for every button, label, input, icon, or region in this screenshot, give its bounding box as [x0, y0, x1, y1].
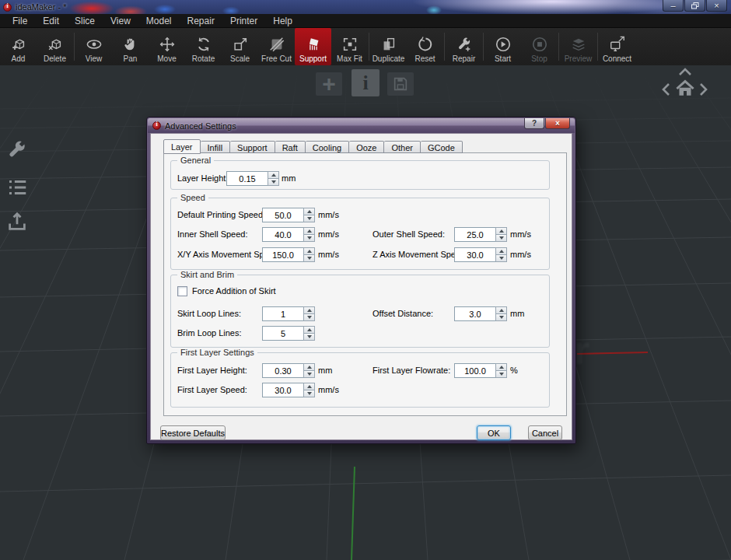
inner-shell-speed-input[interactable] — [262, 227, 303, 242]
toolbar-button-rotate[interactable]: Rotate — [185, 28, 222, 65]
cancel-button[interactable]: Cancel — [528, 425, 562, 440]
menu-view[interactable]: View — [103, 14, 138, 28]
layer-height-unit: mm — [282, 171, 296, 186]
outer-shell-speed-input[interactable] — [454, 227, 495, 242]
menu-file[interactable]: File — [5, 14, 35, 28]
menu-help[interactable]: Help — [265, 14, 300, 28]
menu-slice[interactable]: Slice — [67, 14, 103, 28]
spin-down-button[interactable] — [303, 371, 315, 378]
spin-down-button[interactable] — [303, 390, 315, 397]
spin-up-button[interactable] — [495, 363, 507, 371]
toolbar-button-stop[interactable]: Stop — [521, 28, 558, 65]
restore-defaults-button[interactable]: Restore Defaults — [160, 425, 226, 440]
z-axis-movement-speed-input[interactable] — [454, 247, 495, 262]
menu-edit[interactable]: Edit — [35, 14, 67, 28]
toolbar-button-duplicate[interactable]: Duplicate — [370, 28, 407, 65]
tab-ooze[interactable]: Ooze — [349, 141, 384, 153]
tab-cooling[interactable]: Cooling — [306, 141, 349, 153]
force-addition-of-skirt-checkbox[interactable] — [177, 286, 187, 296]
dialog-close-button[interactable]: × — [545, 118, 570, 129]
dialog-titlebar[interactable]: Advanced Settings ? × — [148, 118, 575, 133]
group-speed: Speed Default Printing Speed: mm/s Inner… — [170, 198, 550, 270]
rotate-arrows-icon — [195, 34, 212, 54]
add-model-button[interactable]: + — [316, 72, 342, 96]
spin-down-button[interactable] — [303, 235, 315, 242]
spin-down-button[interactable] — [495, 255, 507, 262]
rotate-up-chevron[interactable] — [677, 66, 694, 77]
spin-down-button[interactable] — [303, 314, 315, 321]
minimize-button[interactable]: – — [663, 0, 684, 12]
settings-wrench-icon[interactable] — [5, 138, 29, 165]
spin-up-button[interactable] — [303, 306, 315, 314]
toolbar-button-reset[interactable]: Reset — [407, 28, 443, 65]
first-layer-height-input[interactable] — [262, 363, 303, 378]
menu-model[interactable]: Model — [138, 14, 180, 28]
duplicate-icon — [380, 34, 397, 54]
menu-printer[interactable]: Printer — [222, 14, 265, 28]
toolbar-button-connect[interactable]: Connect — [599, 28, 635, 65]
spin-up-button[interactable] — [495, 227, 507, 235]
spin-down-button[interactable] — [495, 371, 507, 378]
toolbar-separator — [444, 33, 445, 61]
spin-down-button[interactable] — [495, 314, 507, 321]
toolbar-button-repair[interactable]: Repair — [446, 28, 482, 65]
ok-button[interactable]: OK — [477, 425, 511, 440]
close-button[interactable]: × — [706, 0, 727, 12]
offset-distance-input[interactable] — [454, 306, 495, 321]
export-upload-icon[interactable] — [5, 210, 29, 236]
spin-up-button[interactable] — [303, 383, 315, 390]
spin-up-button[interactable] — [268, 171, 279, 179]
menu-repair[interactable]: Repair — [180, 14, 222, 28]
xy-axis-movement-speed-input[interactable] — [262, 247, 303, 262]
dialog-help-button[interactable]: ? — [524, 118, 544, 129]
toolbar-button-preview[interactable]: Preview — [560, 28, 596, 65]
rotate-left-chevron[interactable] — [660, 81, 671, 98]
spin-up-button[interactable] — [303, 326, 315, 334]
home-icon — [673, 77, 697, 100]
toolbar-separator — [558, 33, 559, 61]
tab-gcode[interactable]: GCode — [421, 141, 463, 153]
first-layer-flowrate-input[interactable] — [454, 363, 495, 378]
toolbar-button-scale[interactable]: Scale — [222, 28, 258, 65]
spin-up-button[interactable] — [303, 363, 315, 371]
first-layer-speed-input[interactable] — [262, 383, 303, 397]
restore-button[interactable] — [684, 0, 705, 12]
skirt-loop-lines-input[interactable] — [262, 306, 303, 321]
preview-layers-icon — [570, 34, 587, 54]
home-view-button[interactable] — [673, 76, 698, 101]
first-layer-height-label: First Layer Height: — [177, 363, 247, 378]
model-list-icon[interactable] — [5, 176, 29, 202]
spin-down-button[interactable] — [303, 334, 315, 341]
tab-infill[interactable]: Infill — [201, 141, 231, 153]
toolbar-button-delete[interactable]: Delete — [37, 28, 73, 65]
toolbar-button-support[interactable]: Support — [295, 28, 331, 65]
plate-watermark: r — [574, 327, 589, 373]
toolbar-button-pan[interactable]: Pan — [112, 28, 149, 65]
tab-other[interactable]: Other — [384, 141, 421, 153]
tab-support[interactable]: Support — [230, 141, 275, 153]
spin-up-button[interactable] — [303, 208, 315, 215]
save-button[interactable] — [387, 72, 414, 96]
toolbar-button-start[interactable]: Start — [484, 28, 521, 65]
rotate-right-chevron[interactable] — [698, 81, 709, 98]
model-info-button[interactable]: i — [352, 69, 379, 96]
default-printing-speed-input[interactable] — [262, 208, 303, 222]
spin-up-button[interactable] — [303, 247, 315, 255]
toolbar-button-freecut[interactable]: Free Cut — [258, 28, 295, 65]
spin-up-button[interactable] — [303, 227, 315, 235]
toolbar-button-add[interactable]: Add — [0, 28, 37, 65]
spin-up-button[interactable] — [495, 247, 507, 255]
spin-down-button[interactable] — [495, 235, 507, 242]
spin-up-button[interactable] — [495, 306, 507, 314]
toolbar-button-maxfit[interactable]: Max Fit — [331, 28, 368, 65]
spin-down-button[interactable] — [303, 255, 315, 262]
spin-down-button[interactable] — [268, 179, 279, 186]
toolbar-button-move[interactable]: Move — [149, 28, 185, 65]
skirt-loop-lines-label: Skirt Loop Lines: — [177, 306, 241, 321]
layer-height-input[interactable] — [226, 171, 268, 186]
spin-down-button[interactable] — [303, 215, 315, 222]
toolbar-button-view[interactable]: View — [75, 28, 112, 65]
tab-raft[interactable]: Raft — [275, 141, 306, 153]
tab-layer[interactable]: Layer — [163, 139, 201, 154]
brim-loop-lines-input[interactable] — [262, 326, 303, 341]
